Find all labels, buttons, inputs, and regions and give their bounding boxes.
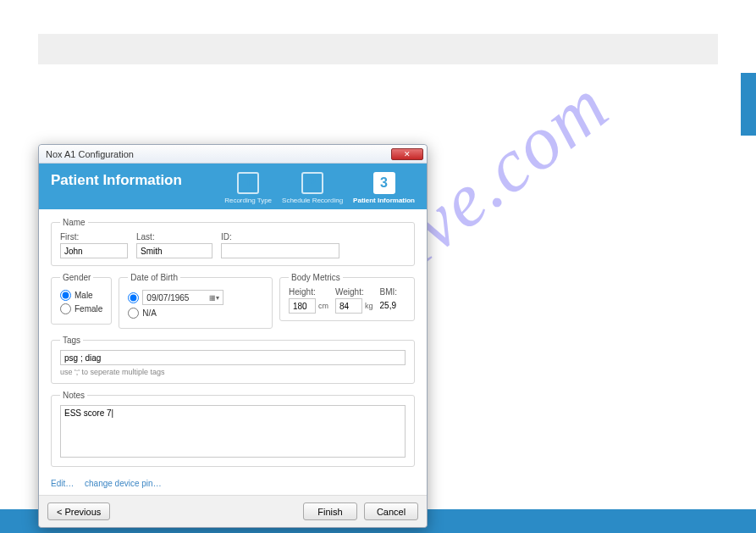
finish-button[interactable]: Finish — [303, 502, 357, 520]
dob-group: Date of Birth 09/07/1965 ▦▾ N/A — [119, 273, 273, 329]
height-input[interactable] — [289, 298, 316, 314]
step-number: 3 — [373, 172, 395, 194]
name-group: Name First: Last: ID: — [51, 218, 415, 266]
name-legend: Name — [60, 218, 88, 227]
metrics-legend: Body Metrics — [289, 273, 343, 282]
step-number: 2 — [301, 172, 323, 194]
configuration-dialog: Nox A1 Configuration ✕ Patient Informati… — [38, 144, 428, 528]
id-label: ID: — [221, 232, 339, 242]
weight-unit: kg — [365, 302, 373, 310]
gender-male-radio[interactable] — [60, 290, 71, 301]
dob-value: 09/07/1965 — [146, 293, 189, 303]
gender-legend: Gender — [60, 273, 93, 282]
step-number: 1 — [237, 172, 259, 194]
gender-male-label: Male — [74, 291, 93, 300]
page-top-bar — [38, 34, 718, 64]
dob-na-label: N/A — [142, 308, 157, 318]
notes-legend: Notes — [60, 391, 87, 400]
tags-input[interactable] — [60, 350, 406, 365]
tags-hint: use ';' to seperate multiple tags — [60, 368, 406, 376]
bmi-label: BMI: — [380, 287, 398, 297]
wizard-header: Patient Information 1 Recording Type 2 S… — [39, 164, 427, 209]
dob-na-radio[interactable] — [128, 308, 139, 319]
height-label: Height: — [289, 287, 328, 297]
dob-date-radio[interactable] — [128, 292, 139, 303]
step-label: Patient Information — [353, 197, 415, 204]
last-name-input[interactable] — [136, 243, 212, 258]
tags-legend: Tags — [60, 336, 83, 345]
tags-group: Tags use ';' to seperate multiple tags — [51, 336, 415, 384]
action-links: Edit… change device pin… — [51, 474, 415, 488]
cancel-button[interactable]: Cancel — [364, 502, 418, 520]
titlebar[interactable]: Nox A1 Configuration ✕ — [39, 145, 427, 164]
step-recording-type[interactable]: 1 Recording Type — [224, 172, 272, 204]
notes-textarea[interactable] — [60, 405, 406, 458]
step-label: Schedule Recording — [282, 197, 343, 204]
edit-link[interactable]: Edit… — [51, 479, 74, 488]
first-name-input[interactable] — [60, 243, 128, 258]
notes-group: Notes — [51, 391, 415, 467]
id-input[interactable] — [221, 243, 339, 258]
body-metrics-group: Body Metrics Height: cm Weight: kg — [279, 273, 415, 321]
step-patient-information[interactable]: 3 Patient Information — [353, 172, 415, 204]
gender-female-label: Female — [74, 304, 102, 314]
close-icon[interactable]: ✕ — [391, 148, 423, 160]
last-name-label: Last: — [136, 232, 212, 242]
form-body: Name First: Last: ID: Gender — [39, 209, 427, 495]
page-title: Patient Information — [51, 172, 224, 189]
step-schedule-recording[interactable]: 2 Schedule Recording — [282, 172, 343, 204]
weight-input[interactable] — [335, 298, 362, 314]
first-name-label: First: — [60, 232, 128, 242]
weight-label: Weight: — [335, 287, 373, 297]
wizard-steps: 1 Recording Type 2 Schedule Recording 3 … — [224, 172, 415, 204]
page-side-tab — [741, 73, 756, 136]
calendar-icon[interactable]: ▦▾ — [209, 294, 219, 302]
previous-button[interactable]: < Previous — [47, 502, 110, 520]
dob-legend: Date of Birth — [128, 273, 180, 282]
step-label: Recording Type — [224, 197, 272, 204]
bmi-value: 25,9 — [380, 301, 398, 310]
gender-group: Gender Male Female — [51, 273, 112, 325]
gender-female-radio[interactable] — [60, 303, 71, 314]
height-unit: cm — [318, 302, 328, 310]
change-device-pin-link[interactable]: change device pin… — [85, 479, 162, 488]
dob-date-input[interactable]: 09/07/1965 ▦▾ — [142, 290, 223, 305]
dialog-footer: < Previous Finish Cancel — [39, 495, 427, 527]
window-title: Nox A1 Configuration — [46, 149, 134, 159]
